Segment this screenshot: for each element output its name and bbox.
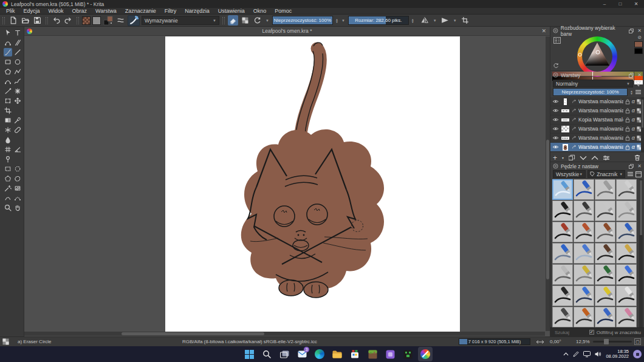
brush-preset-tile[interactable] — [595, 222, 615, 242]
duplicate-layer-button[interactable] — [569, 154, 575, 161]
start-button[interactable] — [242, 347, 256, 361]
rectangle-tool[interactable] — [4, 58, 12, 66]
canvas-horizontal-scrollbar[interactable] — [24, 332, 545, 336]
workspace-chooser-button[interactable] — [115, 15, 126, 26]
docker-menu-icon[interactable] — [553, 72, 558, 78]
freehand-brush-tool[interactable] — [4, 48, 12, 56]
pattern-tool[interactable] — [4, 126, 12, 134]
document-tab[interactable]: Leafpool's omen.kra * ✕ — [24, 27, 550, 36]
toolbar-grip[interactable] — [222, 17, 225, 24]
rect-select-tool[interactable] — [4, 165, 12, 173]
purple-app-icon[interactable] — [383, 347, 397, 361]
layer-filter-icon[interactable] — [635, 80, 642, 87]
alpha-lock-icon[interactable]: α — [632, 135, 635, 141]
menu-filtry[interactable]: Filtry — [160, 8, 181, 15]
mail-app-icon[interactable]: 3 — [295, 347, 309, 361]
move-layer-up-button[interactable] — [591, 155, 598, 160]
chevron-down-icon[interactable]: ▼ — [561, 156, 564, 160]
lock-icon[interactable] — [625, 108, 630, 114]
menu-obraz[interactable]: Obraz — [68, 8, 92, 15]
toolbar-grip[interactable] — [2, 17, 5, 24]
menu-pomoc[interactable]: Pomoc — [270, 8, 296, 15]
brush-preset-tile[interactable] — [595, 285, 615, 306]
alpha-lock-icon[interactable]: α — [632, 126, 635, 132]
brush-preset-tile[interactable] — [574, 264, 594, 285]
menu-warstwa[interactable]: Warstwa — [91, 8, 121, 15]
lock-icon[interactable] — [625, 99, 630, 104]
brush-preset-tile[interactable] — [595, 179, 615, 200]
brush-preset-tile[interactable] — [552, 179, 573, 200]
menu-zaznaczanie[interactable]: Zaznaczanie — [121, 8, 160, 15]
fill-tool[interactable] — [4, 135, 12, 144]
save-button[interactable] — [32, 15, 43, 26]
brush-editor-button[interactable] — [128, 15, 140, 26]
layer-list-scrollbar[interactable] — [641, 97, 644, 152]
file-explorer-icon[interactable] — [330, 347, 344, 361]
refresh-colors-icon[interactable] — [553, 63, 559, 69]
menu-edycja[interactable]: Edycja — [19, 8, 44, 15]
minimize-button[interactable]: – — [597, 0, 612, 8]
color-sampler-tool[interactable] — [13, 116, 22, 125]
chevron-down-icon[interactable]: ▼ — [264, 19, 270, 22]
text-tool[interactable] — [13, 29, 22, 37]
alpha-lock-icon[interactable]: α — [632, 108, 635, 114]
layer-row[interactable]: Warstwa malowania 3 α — [550, 134, 644, 143]
chevron-down-icon[interactable]: ▼ — [432, 19, 438, 22]
assistants-tool[interactable] — [4, 145, 12, 154]
menu-okno[interactable]: Okno — [249, 8, 271, 15]
menu-ustawienia[interactable]: Ustawienia — [214, 8, 249, 15]
toolbar-grip[interactable] — [77, 17, 79, 24]
move-tool[interactable] — [13, 97, 22, 105]
freehand-select-tool[interactable] — [13, 174, 22, 183]
foreground-background-colors[interactable] — [103, 15, 114, 26]
filter-by-tag-checkbox[interactable]: ✓ — [589, 330, 594, 335]
brush-preset-tile[interactable] — [552, 222, 573, 242]
opacity-slider[interactable]: Nieprzezroczystość: 100% — [272, 16, 333, 25]
alpha-lock-icon[interactable]: α — [632, 98, 635, 104]
foreground-color-swatch[interactable] — [634, 41, 643, 47]
multibrush-tool[interactable] — [13, 87, 22, 95]
visibility-icon[interactable] — [552, 126, 559, 131]
chevron-down-icon[interactable]: ▼ — [340, 19, 346, 22]
edit-shapes-tool[interactable] — [4, 38, 12, 47]
brush-preset-tile[interactable] — [616, 264, 637, 285]
layer-row[interactable]: Warstwa malowania 11 α — [550, 97, 644, 106]
pattern-swatch[interactable] — [92, 16, 101, 25]
notification-badge[interactable] — [633, 350, 642, 358]
polygon-tool[interactable] — [4, 67, 12, 76]
close-docker-icon[interactable]: ✕ — [637, 28, 642, 33]
vertical-mirror-button[interactable] — [440, 15, 450, 26]
similar-select-tool[interactable] — [13, 184, 22, 193]
brush-preset-tile[interactable] — [574, 179, 594, 200]
tray-clock[interactable]: 18:35 08.09.2022 — [606, 349, 629, 359]
visibility-icon[interactable] — [552, 135, 559, 140]
brush-preset-tile[interactable] — [574, 285, 594, 306]
magic-select-tool[interactable] — [4, 184, 12, 193]
maximize-button[interactable]: □ — [612, 0, 628, 8]
dark-app-icon[interactable] — [400, 347, 415, 361]
close-button[interactable]: ✕ — [628, 0, 644, 8]
shade-selector-icon[interactable] — [553, 37, 561, 44]
redo-button[interactable] — [63, 15, 74, 26]
search-icon[interactable] — [259, 347, 274, 361]
smart-patch-tool[interactable] — [13, 126, 22, 134]
brush-preset-tile[interactable] — [595, 307, 615, 327]
open-document-button[interactable] — [20, 15, 30, 26]
calligraphy-tool[interactable] — [13, 38, 22, 47]
document-close-icon[interactable]: ✕ — [541, 28, 546, 34]
brush-size-spinner[interactable]: ▲▼ — [411, 18, 414, 23]
brush-search-input[interactable] — [553, 329, 587, 336]
brush-preset-tile[interactable] — [616, 222, 637, 242]
network-tray-icon[interactable] — [583, 351, 591, 357]
background-color-swatch[interactable] — [634, 48, 643, 54]
brush-preset-tile[interactable] — [616, 285, 637, 306]
visibility-icon[interactable] — [552, 145, 559, 149]
close-docker-icon[interactable]: ✕ — [637, 163, 642, 169]
freehand-path-tool[interactable] — [13, 77, 22, 86]
layer-properties-button[interactable] — [603, 155, 610, 161]
ellipse-select-tool[interactable] — [13, 165, 22, 173]
line-tool[interactable] — [13, 48, 22, 56]
brush-grid-scrollbar[interactable] — [639, 179, 643, 327]
float-docker-icon[interactable] — [629, 164, 634, 169]
hamburger-icon[interactable] — [627, 171, 634, 177]
